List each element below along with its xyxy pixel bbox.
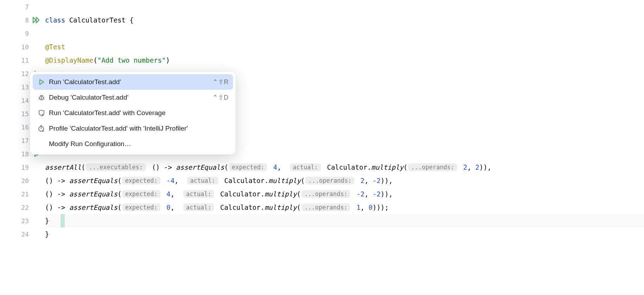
punct: ,: [467, 163, 475, 171]
code-line[interactable]: }: [45, 214, 644, 227]
svg-line-7: [42, 95, 43, 96]
code-text: () ->: [45, 190, 69, 198]
punct: )),: [479, 163, 491, 171]
method-call: multiply: [269, 177, 301, 184]
method-call: multiply: [265, 190, 297, 198]
stopwatch-play-icon: [37, 125, 46, 132]
method-call: assertEquals: [176, 163, 224, 171]
menu-label: Run 'CalculatorTest.add' with Coverage: [49, 109, 229, 117]
line-number: 23: [21, 217, 29, 225]
keyword: class: [45, 16, 65, 24]
string-literal: "Add two numbers": [97, 56, 166, 64]
line-number: 13: [21, 83, 29, 91]
line-number: 22: [21, 204, 29, 211]
code-line[interactable]: () -> assertEquals(expected: 4, actual: …: [45, 187, 644, 201]
punct: (: [118, 203, 121, 211]
number: -2: [373, 177, 381, 184]
code-text: Calculator.: [323, 163, 371, 171]
number: -2: [373, 190, 381, 198]
number: 2: [475, 163, 479, 171]
svg-line-3: [43, 97, 44, 98]
code-line[interactable]: () -> assertEquals(expected: 0, actual: …: [45, 201, 644, 214]
number: 0: [163, 203, 171, 211]
menu-item-modify-config[interactable]: Modify Run Configuration…: [33, 136, 233, 152]
param-hint: ...operands:: [305, 177, 354, 184]
line-number: 11: [21, 57, 29, 64]
code-text: Calculator.: [220, 177, 269, 184]
punct: (: [297, 190, 301, 198]
method-call: multiply: [265, 203, 297, 211]
code-line[interactable]: class CalculatorTest {: [45, 13, 644, 27]
punct: (: [93, 56, 97, 64]
number: -2: [352, 190, 364, 198]
punct: (: [224, 163, 228, 171]
code-line[interactable]: @DisplayName("Add two numbers"): [45, 54, 644, 67]
line-number: 15: [21, 110, 29, 118]
method-call: assertEquals: [69, 203, 118, 211]
punct: (: [118, 177, 121, 184]
code-text: Calculator.: [216, 203, 264, 211]
punct: ,: [170, 203, 182, 211]
punct: (: [404, 163, 408, 171]
line-number: 24: [21, 231, 29, 238]
menu-item-debug[interactable]: Debug 'CalculatorTest.add' ⌃⇧D: [33, 90, 233, 105]
punct: ,: [360, 203, 368, 211]
punct: (: [81, 163, 85, 171]
code-text: () ->: [45, 203, 69, 211]
code-line[interactable]: @Test: [45, 40, 644, 54]
line-number: 20: [21, 177, 29, 184]
shortcut: ⌃⇧R: [213, 78, 229, 86]
shortcut: ⌃⇧D: [213, 94, 229, 101]
number: 4: [163, 190, 171, 198]
line-number: 18: [21, 150, 29, 158]
class-decl: CalculatorTest {: [65, 16, 133, 24]
param-hint: expected:: [122, 190, 160, 198]
menu-label: Profile 'CalculatorTest.add' with 'Intel…: [49, 125, 229, 132]
punct: )),: [381, 177, 393, 184]
line-number: 8: [25, 17, 29, 24]
param-hint: ...operands:: [408, 163, 457, 171]
line-number: 9: [25, 30, 29, 37]
method-call: assertEquals: [69, 177, 118, 184]
punct: (: [301, 177, 305, 184]
annotation: @Test: [45, 43, 65, 51]
brace: }: [45, 230, 49, 238]
menu-item-run[interactable]: Run 'CalculatorTest.add' ⌃⇧R: [33, 74, 233, 90]
menu-item-coverage[interactable]: Run 'CalculatorTest.add' with Coverage: [33, 105, 233, 121]
punct: (: [297, 203, 301, 211]
method-call: multiply: [371, 163, 404, 171]
line-number: 21: [21, 190, 29, 198]
param-hint: actual:: [183, 203, 214, 211]
number: 2: [459, 163, 467, 171]
punct: ): [166, 56, 170, 64]
param-hint: expected:: [122, 177, 160, 184]
param-hint: ...operands:: [302, 203, 351, 211]
method-call: assertEquals: [69, 190, 118, 198]
code-line[interactable]: () -> assertEquals(expected: -4, actual:…: [45, 174, 644, 187]
code-text: () ->: [148, 163, 176, 171]
param-hint: expected:: [122, 203, 160, 211]
code-line[interactable]: }: [45, 227, 644, 241]
code-text: Calculator.: [216, 190, 264, 198]
code-line[interactable]: assertAll(...executables: () -> assertEq…: [45, 161, 644, 174]
run-context-menu: Run 'CalculatorTest.add' ⌃⇧R Debug 'Calc…: [30, 71, 236, 155]
punct: )));: [373, 203, 389, 211]
param-hint: actual:: [183, 190, 214, 198]
line-number: 14: [21, 97, 29, 104]
punct: ,: [277, 163, 289, 171]
punct: ,: [175, 177, 187, 184]
punct: ,: [365, 190, 373, 198]
number: 4: [269, 163, 277, 171]
punct: (: [118, 190, 121, 198]
punct: ,: [170, 190, 182, 198]
bug-icon: [37, 94, 46, 101]
number: 2: [356, 177, 365, 184]
svg-line-2: [39, 97, 40, 98]
line-number: 12: [21, 70, 29, 77]
line-number: 10: [21, 43, 29, 51]
menu-item-profile[interactable]: Profile 'CalculatorTest.add' with 'Intel…: [33, 121, 233, 136]
code-text: () ->: [45, 177, 69, 184]
punct: )),: [381, 190, 393, 198]
svg-line-4: [39, 99, 40, 99]
param-hint: ...operands:: [302, 190, 351, 198]
